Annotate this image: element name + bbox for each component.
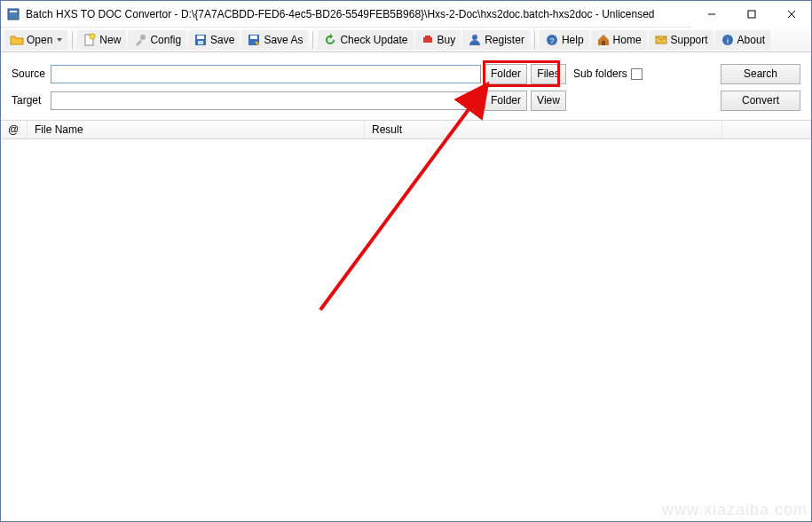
home-button[interactable]: Home bbox=[591, 30, 647, 50]
svg-text:i: i bbox=[727, 36, 729, 45]
check-update-button[interactable]: Check Update bbox=[318, 30, 413, 50]
target-input[interactable] bbox=[51, 91, 481, 110]
target-row: Target Folder View Convert bbox=[12, 88, 800, 113]
tools-icon bbox=[133, 33, 147, 47]
info-icon: i bbox=[721, 33, 735, 47]
new-button[interactable]: New bbox=[77, 30, 126, 50]
toolbar-separator bbox=[534, 31, 535, 49]
column-filename[interactable]: File Name bbox=[28, 121, 365, 138]
support-label: Support bbox=[671, 34, 708, 46]
home-icon bbox=[596, 33, 611, 47]
target-folder-button[interactable]: Folder bbox=[485, 91, 527, 111]
close-button[interactable] bbox=[771, 1, 811, 28]
column-result[interactable]: Result bbox=[365, 121, 722, 138]
column-at[interactable]: @ bbox=[1, 121, 28, 138]
source-input[interactable] bbox=[51, 65, 481, 83]
target-label: Target bbox=[12, 94, 47, 107]
help-button[interactable]: ? Help bbox=[540, 30, 589, 50]
svg-rect-3 bbox=[748, 11, 755, 18]
cart-icon bbox=[421, 33, 435, 47]
register-label: Register bbox=[485, 34, 524, 46]
about-label: About bbox=[737, 34, 765, 46]
svg-text:?: ? bbox=[549, 36, 554, 45]
search-button[interactable]: Search bbox=[721, 64, 800, 84]
svg-point-8 bbox=[140, 35, 146, 40]
buy-button[interactable]: Buy bbox=[415, 30, 461, 50]
convert-button[interactable]: Convert bbox=[721, 91, 800, 111]
help-label: Help bbox=[562, 34, 584, 46]
save-as-label: Save As bbox=[264, 34, 303, 46]
svg-rect-15 bbox=[425, 36, 430, 38]
save-icon bbox=[193, 33, 208, 47]
window-title: Batch HXS TO DOC Convertor - D:\{7A7ACBD… bbox=[26, 8, 691, 20]
buy-label: Buy bbox=[438, 34, 456, 46]
svg-rect-0 bbox=[8, 9, 19, 20]
support-icon bbox=[654, 33, 668, 47]
app-icon bbox=[6, 7, 20, 21]
main-toolbar: Open New Config Save Save As Check Updat… bbox=[1, 28, 811, 52]
sub-folders-label: Sub folders bbox=[573, 67, 627, 80]
svg-rect-10 bbox=[197, 36, 204, 39]
column-spacer bbox=[722, 121, 811, 138]
save-as-button[interactable]: Save As bbox=[241, 30, 308, 50]
minimize-button[interactable] bbox=[691, 1, 731, 28]
watermark-text: www.xiazaiba.com bbox=[662, 501, 808, 519]
chevron-down-icon bbox=[57, 38, 62, 42]
check-update-label: Check Update bbox=[340, 34, 407, 46]
open-button[interactable]: Open bbox=[4, 30, 67, 50]
source-files-button[interactable]: Files bbox=[531, 64, 566, 84]
toolbar-separator bbox=[72, 31, 73, 49]
save-button[interactable]: Save bbox=[188, 30, 240, 50]
open-label: Open bbox=[27, 34, 52, 46]
svg-rect-11 bbox=[198, 41, 203, 44]
new-label: New bbox=[99, 34, 121, 46]
new-file-icon bbox=[83, 33, 97, 47]
source-label: Source bbox=[12, 67, 47, 80]
save-label: Save bbox=[210, 34, 234, 46]
svg-rect-19 bbox=[602, 41, 605, 45]
source-folder-button[interactable]: Folder bbox=[485, 64, 527, 84]
register-button[interactable]: Register bbox=[462, 30, 530, 50]
source-row: Source Folder Files Sub folders Search bbox=[12, 61, 800, 86]
sub-folders-checkbox[interactable] bbox=[631, 68, 643, 80]
folder-open-icon bbox=[10, 33, 24, 47]
home-label: Home bbox=[613, 34, 642, 46]
svg-point-16 bbox=[472, 35, 477, 40]
window-controls bbox=[691, 1, 811, 27]
form-panel: Source Folder Files Sub folders Search T… bbox=[1, 52, 811, 120]
refresh-icon bbox=[323, 33, 337, 47]
support-button[interactable]: Support bbox=[649, 30, 713, 50]
config-label: Config bbox=[150, 34, 181, 46]
help-icon: ? bbox=[545, 33, 559, 47]
save-as-icon bbox=[247, 33, 261, 47]
user-icon bbox=[468, 33, 482, 47]
target-view-button[interactable]: View bbox=[531, 91, 566, 111]
titlebar: Batch HXS TO DOC Convertor - D:\{7A7ACBD… bbox=[1, 1, 811, 28]
about-button[interactable]: i About bbox=[715, 30, 770, 50]
config-button[interactable]: Config bbox=[128, 30, 186, 50]
maximize-button[interactable] bbox=[731, 1, 771, 28]
svg-rect-13 bbox=[250, 36, 257, 39]
svg-rect-1 bbox=[10, 11, 17, 12]
toolbar-separator bbox=[312, 31, 313, 49]
svg-point-7 bbox=[90, 34, 95, 39]
sub-folders-option: Sub folders bbox=[573, 67, 643, 80]
result-list-header: @ File Name Result bbox=[1, 120, 811, 139]
